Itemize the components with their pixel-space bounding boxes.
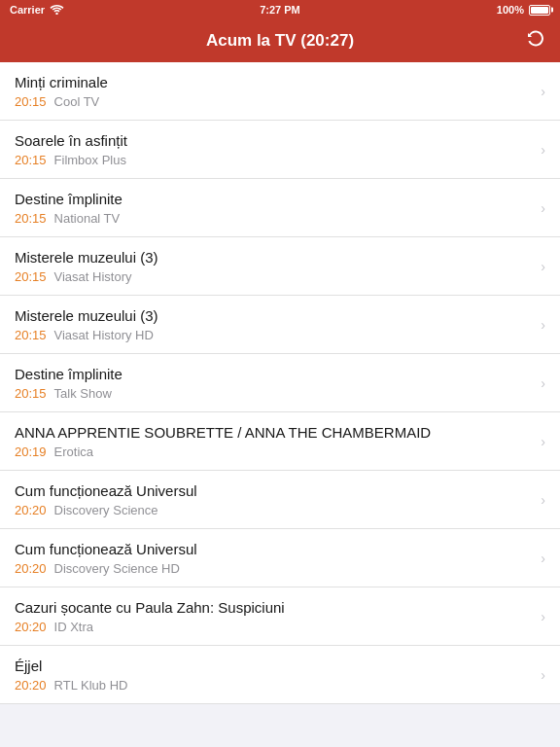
list-item[interactable]: Soarele în asfințit 20:15 Filmbox Plus › bbox=[0, 121, 560, 179]
list-item[interactable]: Minți criminale 20:15 Cool TV › bbox=[0, 62, 560, 121]
list-item-channel: RTL Klub HD bbox=[54, 678, 128, 693]
list-item-time: 20:15 bbox=[15, 386, 47, 401]
list-item-time: 20:15 bbox=[15, 153, 47, 167]
list-item-subtitle: 20:20 Discovery Science HD bbox=[15, 561, 531, 576]
tv-list: Minți criminale 20:15 Cool TV › Soarele … bbox=[0, 62, 560, 704]
svg-point-0 bbox=[55, 12, 57, 14]
chevron-right-icon: › bbox=[541, 492, 545, 508]
list-item-title: Misterele muzeului (3) bbox=[15, 248, 531, 267]
list-item-channel: Cool TV bbox=[54, 94, 100, 109]
list-item-content: Destine împlinite 20:15 Talk Show bbox=[15, 365, 531, 402]
list-item-title: Soarele în asfințit bbox=[15, 131, 531, 151]
list-item-title: Destine împlinite bbox=[15, 365, 531, 384]
chevron-right-icon: › bbox=[541, 551, 545, 566]
nav-title: Acum la TV (20:27) bbox=[206, 31, 354, 51]
list-item[interactable]: Destine împlinite 20:15 National TV › bbox=[0, 179, 560, 237]
list-item-channel: Talk Show bbox=[54, 386, 112, 401]
list-item-subtitle: 20:15 Talk Show bbox=[15, 386, 531, 401]
list-item[interactable]: Cum funcționează Universul 20:20 Discove… bbox=[0, 529, 560, 587]
list-item-title: Misterele muzeului (3) bbox=[15, 306, 531, 326]
list-item-subtitle: 20:19 Erotica bbox=[15, 445, 531, 459]
chevron-right-icon: › bbox=[541, 434, 545, 449]
list-item-title: ANNA APPRENTIE SOUBRETTE / ANNA THE CHAM… bbox=[15, 423, 531, 443]
list-item-time: 20:15 bbox=[15, 94, 47, 109]
status-right: 100% bbox=[497, 4, 550, 16]
list-item-content: Destine împlinite 20:15 National TV bbox=[15, 190, 531, 227]
chevron-right-icon: › bbox=[541, 259, 545, 274]
list-item-title: Éjjel bbox=[15, 657, 531, 676]
refresh-button[interactable] bbox=[521, 24, 550, 58]
list-item-time: 20:15 bbox=[15, 211, 47, 226]
list-item-subtitle: 20:15 Viasat History HD bbox=[15, 328, 531, 342]
list-item-subtitle: 20:20 ID Xtra bbox=[15, 620, 531, 634]
list-item-channel: Erotica bbox=[54, 445, 93, 459]
list-item-content: Minți criminale 20:15 Cool TV bbox=[15, 73, 531, 110]
list-item-title: Minți criminale bbox=[15, 73, 531, 92]
nav-bar: Acum la TV (20:27) bbox=[0, 19, 560, 62]
list-item-subtitle: 20:15 Filmbox Plus bbox=[15, 153, 531, 167]
chevron-right-icon: › bbox=[541, 84, 545, 99]
list-item[interactable]: Misterele muzeului (3) 20:15 Viasat Hist… bbox=[0, 296, 560, 354]
list-item[interactable]: Destine împlinite 20:15 Talk Show › bbox=[0, 354, 560, 412]
list-item-channel: Filmbox Plus bbox=[54, 153, 126, 167]
list-item-time: 20:15 bbox=[15, 328, 47, 342]
battery-icon bbox=[529, 5, 550, 16]
list-item-content: ANNA APPRENTIE SOUBRETTE / ANNA THE CHAM… bbox=[15, 423, 531, 460]
list-item-time: 20:20 bbox=[15, 503, 47, 517]
list-item-time: 20:15 bbox=[15, 269, 47, 284]
list-item[interactable]: ANNA APPRENTIE SOUBRETTE / ANNA THE CHAM… bbox=[0, 412, 560, 471]
list-item-subtitle: 20:20 RTL Klub HD bbox=[15, 678, 531, 693]
list-item-title: Cum funcționează Universul bbox=[15, 481, 531, 501]
wifi-icon bbox=[50, 4, 64, 17]
list-item-time: 20:20 bbox=[15, 620, 47, 634]
list-item-time: 20:20 bbox=[15, 561, 47, 576]
battery-percent: 100% bbox=[497, 4, 524, 16]
list-item-channel: National TV bbox=[54, 211, 121, 226]
list-item[interactable]: Misterele muzeului (3) 20:15 Viasat Hist… bbox=[0, 237, 560, 296]
status-bar: Carrier 7:27 PM 100% bbox=[0, 0, 560, 19]
status-time: 7:27 PM bbox=[260, 4, 300, 16]
list-item[interactable]: Cazuri șocante cu Paula Zahn: Suspiciuni… bbox=[0, 587, 560, 646]
carrier-label: Carrier bbox=[10, 4, 45, 16]
chevron-right-icon: › bbox=[541, 667, 545, 683]
list-item-subtitle: 20:15 National TV bbox=[15, 211, 531, 226]
list-item-time: 20:19 bbox=[15, 445, 47, 459]
list-item-title: Destine împlinite bbox=[15, 190, 531, 209]
chevron-right-icon: › bbox=[541, 142, 545, 158]
list-item-title: Cum funcționează Universul bbox=[15, 540, 531, 559]
list-item-channel: Viasat History HD bbox=[54, 328, 154, 342]
list-item-title: Cazuri șocante cu Paula Zahn: Suspiciuni bbox=[15, 598, 531, 618]
chevron-right-icon: › bbox=[541, 609, 545, 624]
list-item-subtitle: 20:15 Viasat History bbox=[15, 269, 531, 284]
list-item-channel: Discovery Science HD bbox=[54, 561, 180, 576]
list-item-content: Soarele în asfințit 20:15 Filmbox Plus bbox=[15, 131, 531, 168]
list-item[interactable]: Éjjel 20:20 RTL Klub HD › bbox=[0, 646, 560, 704]
list-item-content: Cum funcționează Universul 20:20 Discove… bbox=[15, 481, 531, 518]
list-item-channel: Viasat History bbox=[54, 269, 132, 284]
chevron-right-icon: › bbox=[541, 375, 545, 391]
list-item-channel: ID Xtra bbox=[54, 620, 93, 634]
chevron-right-icon: › bbox=[541, 317, 545, 333]
status-left: Carrier bbox=[10, 4, 64, 17]
list-item-content: Misterele muzeului (3) 20:15 Viasat Hist… bbox=[15, 306, 531, 343]
list-item-content: Misterele muzeului (3) 20:15 Viasat Hist… bbox=[15, 248, 531, 285]
list-item-content: Cazuri șocante cu Paula Zahn: Suspiciuni… bbox=[15, 598, 531, 635]
list-item-content: Cum funcționează Universul 20:20 Discove… bbox=[15, 540, 531, 577]
list-item-content: Éjjel 20:20 RTL Klub HD bbox=[15, 657, 531, 694]
list-item[interactable]: Cum funcționează Universul 20:20 Discove… bbox=[0, 471, 560, 529]
list-item-time: 20:20 bbox=[15, 678, 47, 693]
list-item-channel: Discovery Science bbox=[54, 503, 158, 517]
chevron-right-icon: › bbox=[541, 200, 545, 216]
list-item-subtitle: 20:15 Cool TV bbox=[15, 94, 531, 109]
list-item-subtitle: 20:20 Discovery Science bbox=[15, 503, 531, 517]
